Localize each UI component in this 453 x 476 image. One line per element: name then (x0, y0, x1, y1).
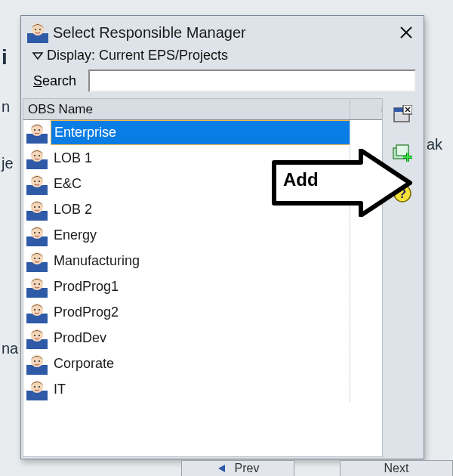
svg-point-29 (34, 257, 35, 258)
svg-point-49 (34, 385, 35, 387)
svg-point-9 (34, 128, 35, 130)
svg-point-45 (34, 360, 35, 361)
svg-point-26 (39, 231, 40, 233)
help-icon: ? (393, 184, 412, 203)
svg-marker-65 (218, 465, 225, 472)
search-row: Search (30, 70, 416, 92)
column-header-spacer (350, 107, 382, 112)
background-nav: Prev Next (181, 460, 453, 476)
svg-point-25 (34, 231, 35, 233)
person-icon (23, 354, 51, 375)
add-button[interactable] (390, 142, 414, 166)
list-item-label: E&C (51, 172, 350, 196)
svg-point-34 (39, 283, 40, 284)
svg-text:?: ? (399, 187, 406, 201)
dialog-title: Select Responsible Manager (53, 24, 393, 42)
search-label: Search (33, 73, 76, 89)
list-item-label: Energy (51, 223, 350, 248)
obs-list-panel: OBS Name Enterprise LOB 1 E&C LOB 2 Ener… (23, 98, 383, 457)
svg-point-13 (34, 154, 35, 156)
person-icon (23, 174, 51, 195)
svg-point-21 (34, 206, 35, 207)
list-item[interactable]: Enterprise (23, 120, 382, 146)
person-icon (23, 379, 51, 400)
svg-point-50 (39, 385, 40, 387)
content-area: OBS Name Enterprise LOB 1 E&C LOB 2 Ener… (23, 98, 422, 457)
svg-point-46 (39, 360, 40, 361)
list-item[interactable]: E&C (23, 172, 382, 197)
list-item[interactable]: Energy (23, 223, 382, 249)
person-icon (23, 277, 51, 298)
list-item[interactable]: LOB 2 (23, 197, 382, 223)
person-icon (23, 328, 51, 349)
list-item-label: ProdProg2 (51, 300, 350, 325)
list-item-label: Enterprise (51, 120, 350, 145)
close-icon (399, 25, 414, 40)
list-item[interactable]: Corporate (23, 351, 382, 377)
column-header-obs-name[interactable]: OBS Name (23, 100, 350, 119)
select-manager-dialog: Select Responsible Manager Display: Curr… (20, 15, 424, 459)
list-item-label: ProdDev (51, 326, 350, 351)
person-icon (23, 302, 51, 323)
person-icon (23, 199, 51, 221)
list-item-label: ProdProg1 (51, 274, 350, 299)
list-item[interactable]: Manufacturing (23, 249, 382, 274)
add-icon (393, 144, 412, 164)
svg-point-41 (34, 334, 35, 335)
svg-point-42 (39, 334, 40, 335)
person-icon (23, 122, 51, 144)
search-input[interactable] (88, 70, 416, 92)
column-header-row: OBS Name (23, 99, 382, 120)
display-dropdown[interactable]: Display: Current EPS/Projects (32, 48, 416, 63)
svg-point-10 (39, 128, 40, 130)
list-item[interactable]: IT (23, 377, 382, 403)
prev-button[interactable]: Prev (181, 460, 294, 476)
close-window-icon (393, 105, 412, 125)
list-item-label: LOB 2 (51, 197, 350, 222)
side-action-bar: ? (383, 98, 422, 457)
list-item[interactable]: ProdDev (23, 326, 382, 351)
svg-point-38 (39, 308, 40, 310)
obs-rows: Enterprise LOB 1 E&C LOB 2 Energy Manufa… (23, 120, 382, 456)
list-item[interactable]: ProdProg1 (23, 274, 382, 300)
svg-point-18 (39, 180, 40, 181)
list-item-label: IT (51, 377, 350, 402)
display-label: Display: Current EPS/Projects (47, 48, 228, 63)
person-icon (23, 225, 51, 246)
help-button[interactable]: ? (390, 181, 414, 206)
svg-point-33 (34, 283, 35, 284)
person-icon (23, 251, 51, 272)
next-button[interactable]: Next (340, 460, 453, 476)
manager-icon (27, 22, 48, 43)
list-item-label: Corporate (51, 351, 350, 376)
svg-point-2 (35, 29, 36, 30)
close-window-button[interactable] (390, 103, 414, 127)
svg-point-22 (39, 206, 40, 207)
svg-point-14 (39, 154, 40, 156)
svg-marker-6 (33, 53, 42, 59)
list-item-label: Manufacturing (51, 249, 350, 274)
titlebar: Select Responsible Manager (21, 16, 424, 46)
chevron-down-icon (32, 51, 44, 61)
list-item[interactable]: ProdProg2 (23, 300, 382, 326)
svg-point-37 (34, 308, 35, 310)
svg-point-30 (39, 257, 40, 258)
list-item[interactable]: LOB 1 (23, 146, 382, 172)
svg-point-17 (34, 180, 35, 181)
list-item-label: LOB 1 (51, 146, 350, 171)
svg-point-3 (39, 29, 41, 30)
person-icon (23, 148, 51, 169)
close-button[interactable] (393, 20, 419, 45)
